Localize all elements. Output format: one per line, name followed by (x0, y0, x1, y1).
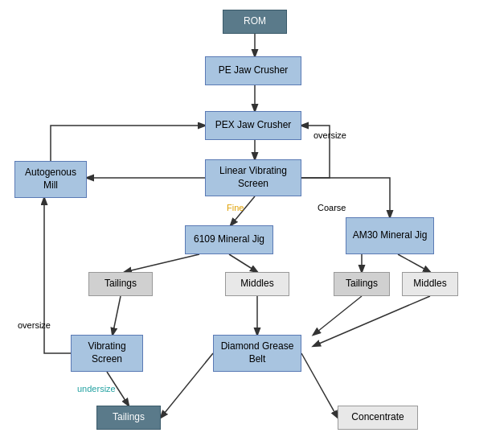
autogenous-mill-node: Autogenous Mill (14, 161, 87, 198)
am30-jig-node: AM30 Mineral Jig (346, 217, 434, 254)
coarse-label: Coarse (318, 203, 346, 212)
6109-jig-node: 6109 Mineral Jig (185, 225, 273, 254)
concentrate-node: Concentrate (338, 406, 418, 430)
middles1-node: Middles (225, 272, 289, 296)
tailings3-node: Tailings (96, 406, 161, 430)
diamond-belt-node: Diamond Grease Belt (213, 335, 301, 372)
svg-line-9 (113, 296, 121, 335)
tailings2-node: Tailings (334, 272, 390, 296)
oversize2-label: oversize (18, 320, 51, 330)
tailings1-node: Tailings (88, 272, 153, 296)
svg-line-5 (125, 254, 199, 272)
oversize1-label: oversize (313, 130, 346, 140)
svg-line-11 (313, 296, 362, 335)
linear-screen-node: Linear Vibrating Screen (205, 159, 301, 196)
middles2-node: Middles (402, 272, 458, 296)
pex-jaw-node: PEX Jaw Crusher (205, 111, 301, 140)
rom-node: ROM (223, 10, 287, 34)
flowchart: ROM PE Jaw Crusher PEX Jaw Crusher Linea… (0, 0, 504, 445)
svg-line-6 (229, 254, 257, 272)
vibrating-screen-node: Vibrating Screen (71, 335, 143, 372)
svg-line-14 (161, 353, 213, 418)
svg-line-15 (301, 353, 338, 418)
svg-line-12 (313, 296, 430, 346)
pe-jaw-node: PE Jaw Crusher (205, 56, 301, 85)
undersize-label: undersize (77, 384, 116, 393)
fine-label: Fine (227, 203, 244, 212)
svg-line-8 (398, 254, 430, 272)
